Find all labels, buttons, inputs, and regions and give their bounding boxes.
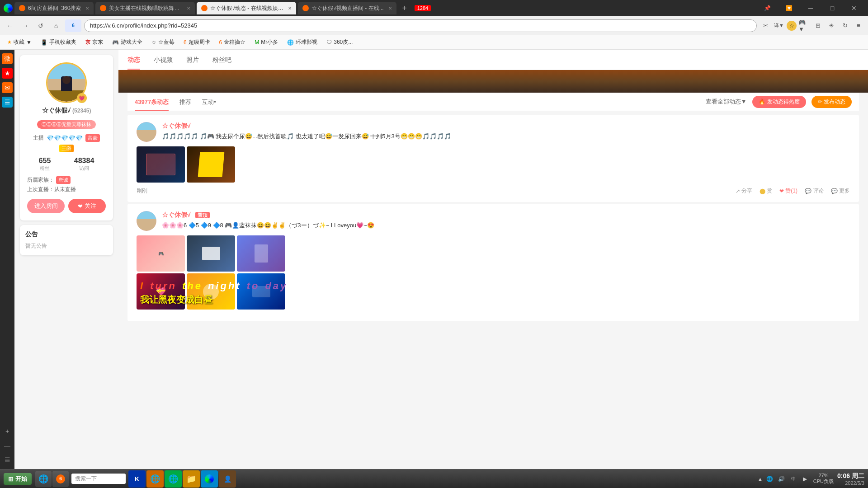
tab-2[interactable]: 美女主播在线视频唱歌跳舞，免... ✕ (95, 2, 195, 14)
extension-icon-2[interactable]: 🔽 (778, 0, 799, 16)
extension-star[interactable]: ★ (2, 68, 13, 79)
browser-sidebar: 微 ★ ✉ ☰ + — ☰ (0, 50, 14, 469)
address-bar[interactable]: https://v.6.cn/profile/index.php?rid=523… (84, 19, 757, 32)
tab-close-2[interactable]: ✕ (187, 6, 190, 11)
translate-icon[interactable]: 译▼ (773, 20, 785, 32)
profile-card: 💗 ☆ぐ休假√ (52345) ⑤⑤⑧⑧无量天尊袜抹 主播 💎💎💎💎💎 富豪 (20, 55, 113, 221)
refresh-button[interactable]: ↺ (34, 19, 47, 32)
post-img-2-5[interactable] (187, 273, 235, 310)
gift-action-1[interactable]: ⬤ 赏 (760, 187, 772, 195)
maximize-button[interactable]: □ (822, 0, 843, 16)
forward-button[interactable]: → (19, 19, 32, 32)
search-placeholder: 搜索一下 (75, 475, 97, 483)
post-username-1[interactable]: ☆ぐ休假√ (162, 122, 850, 130)
network-icon[interactable]: 🌐 (765, 474, 774, 483)
post-img-2-4[interactable]: 💝 (137, 273, 185, 310)
sidebar-menu-button[interactable]: ☰ (2, 455, 13, 465)
bookmark-mobile[interactable]: 📱 手机收藏夹 (37, 38, 80, 47)
feed-tab-timeline[interactable]: 43977条动态 (135, 93, 169, 111)
bookmark-mr[interactable]: M Mr小多 (251, 38, 282, 47)
bookmark-label-tv: 环球影视 (296, 38, 317, 46)
feed-tab-interact[interactable]: 互动• (202, 93, 216, 111)
bookmark-blueberry[interactable]: ☆ ☆蓝莓 (148, 38, 178, 47)
share-icon-1: ↗ (736, 188, 740, 194)
post-header-2: ☆ぐ休假√ 置顶 🌸🌸🌸6 🔷5 🔷9 🔷8 🎮👤蓝袜抹😆😆✌️✌️（づ3ー）づ… (137, 211, 850, 231)
input-icon[interactable]: 中 (789, 474, 798, 483)
taskbar-app-k[interactable]: K (128, 470, 146, 488)
taskbar-ie[interactable]: 🌐 (35, 471, 52, 487)
view-all-link[interactable]: 查看全部动态▼ (706, 98, 747, 106)
bookmark-label-blueberry: ☆蓝莓 (158, 38, 175, 46)
extension-icon[interactable]: 📌 (757, 0, 778, 16)
tray-notification[interactable]: ▲ (758, 476, 763, 482)
post-image-1-1[interactable] (137, 146, 185, 183)
post-img-2-1[interactable]: 🎮 (137, 235, 185, 272)
minimize-button[interactable]: ─ (800, 0, 821, 16)
more-action-1[interactable]: 💬 更多 (831, 187, 850, 195)
sidebar-add-button[interactable]: + (2, 426, 13, 436)
publish-button[interactable]: ✏ 发布动态 (811, 96, 852, 108)
volume-icon[interactable]: 🔊 (777, 474, 786, 483)
tab-3[interactable]: ☆ぐ休假√动态 - 在线视频娱乐... ✕ (197, 2, 296, 14)
follow-button[interactable]: ❤ 关注 (68, 199, 106, 213)
tab-1[interactable]: 6间房直播间_360搜索 ✕ (14, 2, 94, 14)
extension-list[interactable]: ☰ (2, 97, 13, 108)
notification-badge: 1284 (415, 5, 431, 11)
taskbar-app-folder[interactable]: 📁 (183, 470, 200, 488)
nav-tab-photos[interactable]: 照片 (186, 50, 199, 70)
grid-icon[interactable]: ⊞ (812, 20, 824, 32)
hot-post-button[interactable]: 🔥 发动态得热度 (752, 96, 806, 108)
share-action-1[interactable]: ↗ 分享 (736, 187, 752, 195)
post-img-2-2[interactable] (187, 235, 235, 272)
home-button[interactable]: ⌂ (50, 19, 62, 32)
play-icon[interactable]: ▶ (801, 474, 810, 483)
bookmark-360[interactable]: 🛡 360皮... (323, 38, 356, 47)
post-avatar-1[interactable] (137, 122, 156, 142)
tab-close-3[interactable]: ✕ (288, 6, 292, 11)
comment-action-1[interactable]: 💬 评论 (805, 187, 824, 195)
tab-close-1[interactable]: ✕ (85, 6, 89, 11)
fans-count: 655 (39, 157, 51, 165)
back-button[interactable]: ← (4, 19, 16, 32)
sync-icon[interactable]: ↻ (839, 20, 851, 32)
bookmark-gold[interactable]: 6 金箱摘☆ (216, 38, 250, 47)
bookmark-super[interactable]: 6 超级周卡 (180, 38, 214, 47)
menu-icon[interactable]: ≡ (853, 20, 864, 32)
tab-4[interactable]: ☆ぐ休假√视频直播间 - 在线... ✕ (298, 2, 396, 14)
browser-logo: 6 (65, 19, 81, 32)
taskbar-app-user[interactable]: 👤 (219, 470, 236, 488)
taskbar-app-ie2[interactable]: 🌐 (146, 470, 164, 488)
taskbar-app-browser2[interactable] (201, 470, 218, 488)
theme-icon[interactable]: ☀ (826, 20, 837, 32)
jd-icon: 京 (85, 39, 90, 46)
scissors-icon[interactable]: ✂ (760, 20, 771, 32)
taskbar-browser-1[interactable]: 6 (52, 471, 69, 487)
taskbar-app-chrome[interactable]: 🌐 (165, 470, 182, 488)
start-button[interactable]: ⊞ 开始 (4, 473, 32, 485)
bookmark-favorites[interactable]: ★ 收藏 ▼ (4, 38, 35, 47)
feed-tab-recommended[interactable]: 推荐 (179, 93, 191, 111)
bookmark-tv[interactable]: 🌐 环球影视 (283, 38, 321, 47)
bookmark-label: 收藏 (14, 38, 24, 46)
like-action-1[interactable]: ❤ 赞(1) (779, 187, 797, 195)
tab-close-4[interactable]: ✕ (388, 6, 392, 11)
post-img-2-6[interactable] (237, 273, 285, 310)
extension-weibo[interactable]: 微 (2, 53, 13, 64)
nav-tab-videos[interactable]: 小视频 (154, 50, 173, 70)
post-avatar-2[interactable] (137, 211, 156, 231)
user-avatar-toolbar[interactable]: ☆ (787, 21, 797, 31)
post-img-2-3[interactable] (237, 235, 285, 272)
search-box[interactable]: 搜索一下 (71, 474, 126, 484)
clock: 0:06 周二 2022/5/3 (837, 472, 864, 486)
nav-tab-fans[interactable]: 粉丝吧 (212, 50, 231, 70)
close-button[interactable]: ✕ (844, 0, 864, 16)
extension-mail[interactable]: ✉ (2, 82, 13, 93)
nav-tab-timeline[interactable]: 动态 (127, 50, 140, 70)
bookmark-games[interactable]: 🎮 游戏大全 (108, 38, 146, 47)
game-icon[interactable]: 🎮▼ (798, 20, 810, 32)
post-image-1-2[interactable] (187, 146, 235, 183)
bookmark-jd[interactable]: 京 京东 (82, 38, 107, 47)
post-username-2[interactable]: ☆ぐ休假√ 置顶 (162, 211, 850, 219)
enter-room-button[interactable]: 进入房间 (27, 199, 65, 213)
new-tab-button[interactable]: + (398, 2, 411, 14)
